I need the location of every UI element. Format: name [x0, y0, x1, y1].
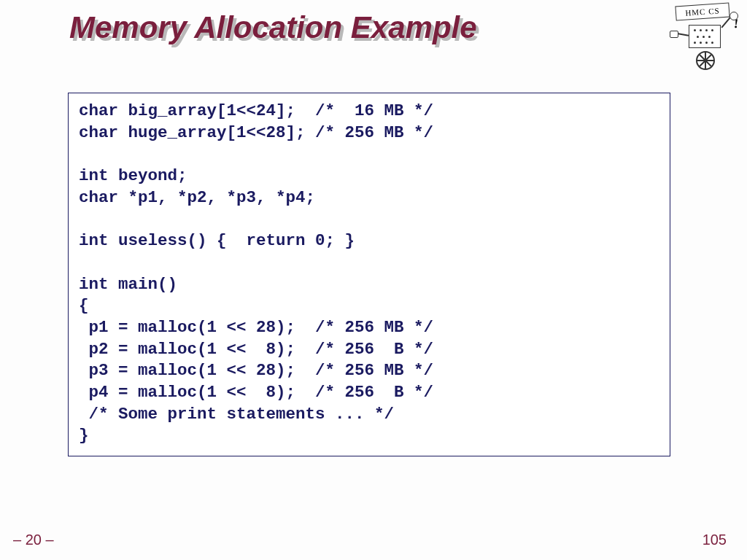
robot-arm-right-icon [721, 17, 730, 28]
robot-wheel-spoke-icon [696, 51, 715, 70]
slide-title-text: Memory Allocation Example [69, 10, 477, 45]
code-block: char big_array[1<<24]; /* 16 MB */ char … [68, 93, 670, 456]
footer-left: – 20 – [13, 532, 54, 548]
hmc-cs-logo: HMC CS ! [671, 4, 737, 77]
robot-hand-left-icon [670, 31, 678, 38]
slide-number: 105 [703, 532, 727, 548]
logo-banner-text: HMC CS [675, 2, 729, 20]
code-text: char big_array[1<<24]; /* 16 MB */ char … [79, 101, 659, 447]
robot-body-icon [689, 25, 721, 48]
slide-title: Memory Allocation Example Memory Allocat… [69, 10, 477, 45]
robot-hand-right-icon [729, 12, 738, 20]
slide: Memory Allocation Example Memory Allocat… [0, 0, 747, 560]
